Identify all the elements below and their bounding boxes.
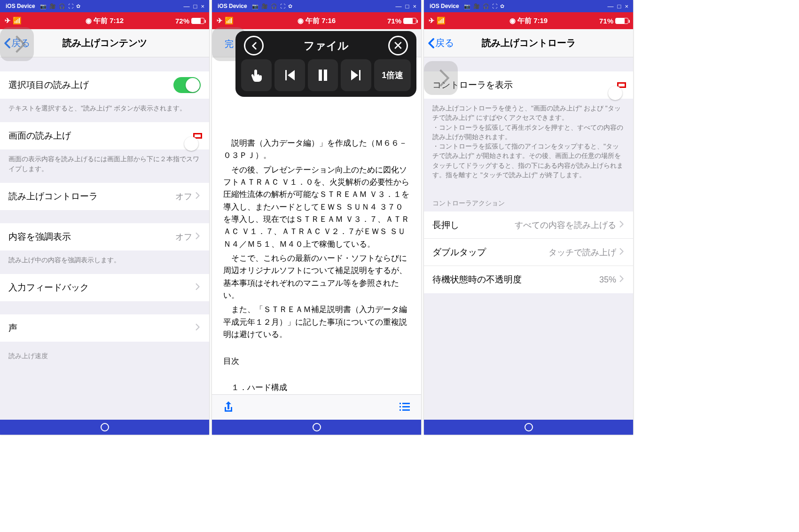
- emulator-bottom-bar: [212, 420, 421, 435]
- battery-icon: [403, 18, 416, 24]
- gear-icon[interactable]: ✿: [76, 3, 80, 9]
- camera-icon[interactable]: 📷: [252, 3, 258, 9]
- gear-icon[interactable]: ✿: [500, 3, 504, 9]
- emulator-titlebar: iOS Device 📷 🎥 🎧 ⛶ ✿ — □ ×: [424, 0, 633, 12]
- chevron-right-icon: [619, 220, 625, 230]
- home-button[interactable]: [525, 423, 533, 431]
- camera-icon[interactable]: 📷: [464, 3, 470, 9]
- panel-spoken-content: iOS Device 📷 🎥 🎧 ⛶ ✿ — □ × ✈ 📶 ◉ 午前 7:12…: [0, 0, 209, 435]
- nav-bar: 戻る 読み上げコントローラ: [424, 29, 633, 57]
- record-icon: ◉: [298, 16, 304, 24]
- battery-pct: 72%: [175, 17, 189, 25]
- toc-title: 目次: [223, 355, 410, 368]
- row-highlight-content[interactable]: 内容を強調表示 オフ: [0, 223, 209, 250]
- emulator-titlebar: iOS Device 📷 🎥 🎧 ⛶ ✿ — □ ×: [0, 0, 209, 12]
- document-body[interactable]: 説明書（入力データ編）」を作成した（Ｍ６６－０３ＰＪ）。 その後、プレゼンテーシ…: [212, 57, 421, 394]
- record-icon: ◉: [86, 16, 92, 24]
- headphones-icon[interactable]: 🎧: [59, 3, 65, 9]
- maximize-button[interactable]: □: [193, 3, 198, 10]
- ios-status-bar: ✈ 📶 ◉ 午前 7:19 71%: [424, 12, 633, 29]
- share-button[interactable]: [222, 400, 235, 415]
- ios-status-bar: ✈ 📶 ◉ 午前 7:12 72%: [0, 12, 209, 29]
- row-typing-feedback[interactable]: 入力フィードバック: [0, 274, 209, 301]
- row-idle-opacity[interactable]: 待機状態時の不透明度 35%: [424, 266, 633, 293]
- expand-icon[interactable]: ⛶: [68, 3, 73, 9]
- doc-para: そこで、これらの最新のハード・ソフトならびに周辺オリジナルソフトについて補足説明…: [223, 252, 410, 302]
- speak-controller-overlay[interactable]: ファイル ✕ 1倍速: [235, 31, 416, 97]
- clock: 午前 7:16: [306, 16, 336, 24]
- battery-icon: [615, 18, 628, 24]
- maximize-button[interactable]: □: [405, 3, 410, 10]
- emulator-bottom-bar: [0, 420, 209, 435]
- headphones-icon[interactable]: 🎧: [271, 3, 277, 9]
- gear-icon[interactable]: ✿: [288, 3, 292, 9]
- expand-icon[interactable]: ⛶: [492, 3, 497, 9]
- assistive-touch-bubble[interactable]: [0, 27, 34, 61]
- airplane-icon: ✈: [217, 16, 223, 25]
- headphones-icon[interactable]: 🎧: [483, 3, 489, 9]
- close-button[interactable]: ×: [624, 3, 629, 10]
- home-button[interactable]: [101, 423, 109, 431]
- wifi-icon: 📶: [437, 16, 446, 25]
- assistive-touch-bubble[interactable]: [424, 61, 458, 95]
- video-icon[interactable]: 🎥: [261, 3, 268, 9]
- touch-read-button[interactable]: [241, 59, 272, 91]
- settings-content: コントローラを表示 読み上げコントローラを使うと、"画面の読み上げ" および "…: [424, 57, 633, 420]
- outline-button[interactable]: [399, 400, 411, 415]
- row-speak-selection[interactable]: 選択項目の読み上げ: [0, 71, 209, 99]
- chevron-right-icon: [619, 247, 625, 258]
- note-speak-screen: 画面の表示内容を読み上げるには画面上部から下に２本指でスワイプします。: [0, 149, 209, 183]
- wifi-icon: 📶: [225, 16, 234, 25]
- prev-button[interactable]: [274, 59, 305, 91]
- home-button[interactable]: [313, 423, 321, 431]
- video-icon[interactable]: 🎥: [49, 3, 56, 9]
- row-double-tap[interactable]: ダブルタップ タッチで読み上げ: [424, 239, 633, 266]
- overlay-title: ファイル: [304, 39, 349, 53]
- chevron-right-icon: [195, 232, 201, 242]
- rate-button[interactable]: 1倍速: [374, 59, 411, 91]
- collapse-button[interactable]: [244, 36, 264, 55]
- panel-reading-document: iOS Device 📷 🎥 🎧 ⛶ ✿ — □ × ✈ 📶 ◉ 午前 7:16…: [212, 0, 421, 435]
- chevron-right-icon: [195, 323, 201, 333]
- emulator-titlebar: iOS Device 📷 🎥 🎧 ⛶ ✿ — □ ×: [212, 0, 421, 12]
- document-toolbar: [212, 394, 421, 420]
- doc-para: 説明書（入力データ編）」を作成した（Ｍ６６－０３ＰＪ）。: [223, 137, 410, 162]
- toggle-speak-selection[interactable]: [173, 77, 201, 93]
- emulator-bottom-bar: [424, 420, 633, 435]
- airplane-icon: ✈: [5, 16, 11, 25]
- battery-pct: 71%: [599, 17, 613, 25]
- clock: 午前 7:12: [94, 16, 124, 24]
- row-speak-screen[interactable]: 画面の読み上げ: [0, 122, 209, 149]
- expand-icon[interactable]: ⛶: [280, 3, 285, 9]
- close-overlay-button[interactable]: ✕: [388, 36, 408, 55]
- settings-content: 選択項目の読み上げ テキストを選択すると、"読み上げ" ボタンが表示されます。 …: [0, 57, 209, 420]
- ios-status-bar: ✈ 📶 ◉ 午前 7:16 71%: [212, 12, 421, 29]
- note-controller: 読み上げコントローラを使うと、"画面の読み上げ" および "タッチで読み上げ" …: [424, 99, 633, 189]
- camera-icon[interactable]: 📷: [40, 3, 47, 9]
- minimize-button[interactable]: —: [183, 3, 191, 10]
- note-speak-selection: テキストを選択すると、"読み上げ" ボタンが表示されます。: [0, 99, 209, 122]
- row-voices[interactable]: 声: [0, 314, 209, 342]
- chevron-right-icon: [195, 282, 201, 293]
- close-button[interactable]: ×: [412, 3, 417, 10]
- airplane-icon: ✈: [429, 16, 435, 25]
- emulator-title: iOS Device: [6, 3, 35, 9]
- pause-button[interactable]: [308, 59, 338, 91]
- close-button[interactable]: ×: [200, 3, 205, 10]
- maximize-button[interactable]: □: [617, 3, 622, 10]
- back-button[interactable]: 戻る: [424, 37, 457, 49]
- next-button[interactable]: [341, 59, 371, 91]
- clock: 午前 7:19: [517, 16, 548, 24]
- battery-pct: 71%: [387, 17, 401, 25]
- video-icon[interactable]: 🎥: [473, 3, 480, 9]
- chevron-right-icon: [619, 274, 625, 285]
- row-speak-controller[interactable]: 読み上げコントローラ オフ: [0, 183, 209, 210]
- minimize-button[interactable]: —: [395, 3, 403, 10]
- battery-icon: [191, 18, 204, 24]
- row-long-press[interactable]: 長押し すべての内容を読み上げる: [424, 211, 633, 239]
- panel-speak-controller-settings: iOS Device 📷 🎥 🎧 ⛶ ✿ — □ × ✈ 📶 ◉ 午前 7:19…: [424, 0, 633, 435]
- minimize-button[interactable]: —: [607, 3, 615, 10]
- record-icon: ◉: [509, 16, 516, 24]
- doc-para: また、「ＳＴＲＥＡＭ補足説明書（入力データ編平成元年１２月）」に記した事項につい…: [223, 304, 410, 341]
- section-rate: 読み上げ速度: [0, 342, 209, 364]
